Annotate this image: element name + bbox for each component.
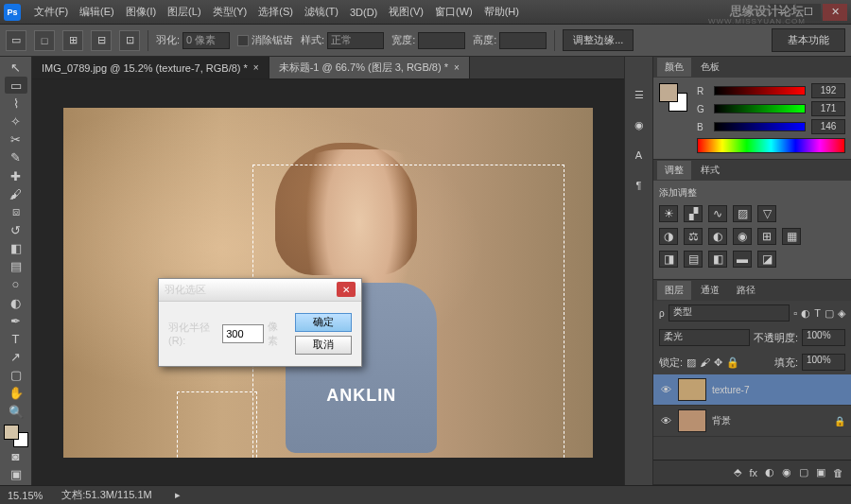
document-tab-2[interactable]: 未标题-1 @ 66.7% (图层 3, RGB/8) *× — [269, 57, 470, 78]
channels-tab[interactable]: 通道 — [693, 281, 727, 300]
history-brush-tool[interactable]: ↺ — [5, 221, 27, 238]
lasso-tool[interactable]: ⌇ — [5, 95, 27, 112]
filter-shape-icon[interactable]: ▢ — [825, 307, 834, 320]
paths-tab[interactable]: 路径 — [729, 281, 763, 300]
lock-pixel-icon[interactable]: 🖌 — [700, 356, 710, 368]
bw-icon[interactable]: ◐ — [708, 228, 727, 245]
swatches-tab[interactable]: 色板 — [693, 58, 727, 77]
b-value[interactable]: 146 — [811, 119, 845, 134]
blend-mode-select[interactable]: 柔光 — [659, 329, 750, 346]
photofilter-icon[interactable]: ◉ — [733, 228, 752, 245]
shape-tool[interactable]: ▢ — [5, 367, 27, 384]
threshold-icon[interactable]: ◧ — [708, 251, 727, 268]
invert-icon[interactable]: ◨ — [659, 251, 678, 268]
b-slider[interactable] — [714, 122, 806, 131]
dialog-close-icon[interactable]: ✕ — [337, 282, 356, 297]
crop-tool[interactable]: ✂ — [5, 131, 27, 148]
menu-layer[interactable]: 图层(L) — [162, 1, 206, 23]
group-icon[interactable]: ▢ — [799, 466, 808, 478]
opacity-input[interactable]: 100% — [802, 329, 845, 346]
menu-3d[interactable]: 3D(D) — [344, 3, 383, 22]
delete-layer-icon[interactable]: 🗑 — [833, 467, 843, 478]
radius-input[interactable] — [222, 324, 264, 343]
paragraph-icon[interactable]: ¶ — [630, 176, 649, 195]
adjustment-layer-icon[interactable]: ◉ — [782, 466, 791, 478]
width-input[interactable] — [418, 32, 465, 49]
brightness-icon[interactable]: ☀ — [659, 205, 678, 222]
blur-tool[interactable]: ○ — [5, 276, 27, 293]
style-select[interactable]: 正常 — [327, 32, 384, 49]
canvas[interactable]: ANKLIN 羽化选区 ✕ 羽化半径(R): 像素 — [63, 108, 593, 458]
close-button[interactable]: ✕ — [823, 4, 847, 21]
layer-row[interactable]: 👁 背景 🔒 — [653, 406, 851, 437]
link-layers-icon[interactable]: ⬘ — [734, 466, 741, 478]
gradientmap-icon[interactable]: ▬ — [733, 251, 752, 268]
refine-edge-button[interactable]: 调整边缘... — [563, 29, 634, 51]
properties-icon[interactable]: ◉ — [630, 115, 649, 134]
gradient-tool[interactable]: ▤ — [5, 258, 27, 275]
menu-help[interactable]: 帮助(H) — [478, 1, 525, 23]
character-icon[interactable]: A — [630, 146, 649, 165]
tab-close-icon[interactable]: × — [454, 62, 460, 73]
menu-edit[interactable]: 编辑(E) — [74, 1, 120, 23]
fx-icon[interactable]: fx — [749, 467, 757, 478]
selectivecolor-icon[interactable]: ◪ — [757, 251, 776, 268]
exposure-icon[interactable]: ▨ — [733, 205, 752, 222]
lock-transparent-icon[interactable]: ▨ — [686, 356, 696, 369]
fill-input[interactable]: 100% — [802, 354, 845, 371]
zoom-tool[interactable]: 🔍 — [5, 403, 27, 420]
layer-thumbnail[interactable] — [678, 378, 706, 401]
screenmode-tool[interactable]: ▣ — [5, 466, 27, 483]
color-tab[interactable]: 颜色 — [657, 58, 691, 77]
channelmixer-icon[interactable]: ⊞ — [757, 228, 776, 245]
history-icon[interactable]: ☰ — [630, 85, 649, 104]
selection-add-icon[interactable]: ⊞ — [62, 30, 83, 51]
colorlookup-icon[interactable]: ▦ — [782, 228, 801, 245]
ok-button[interactable]: 确定 — [295, 313, 352, 332]
menu-image[interactable]: 图像(I) — [120, 1, 162, 23]
styles-tab[interactable]: 样式 — [693, 161, 727, 180]
posterize-icon[interactable]: ▤ — [684, 251, 703, 268]
visibility-icon[interactable]: 👁 — [659, 414, 672, 427]
cancel-button[interactable]: 取消 — [295, 336, 352, 355]
filter-type-icon[interactable]: T — [814, 307, 821, 319]
workspace-switcher[interactable]: 基本功能 — [772, 28, 845, 52]
pen-tool[interactable]: ✒ — [5, 312, 27, 329]
hue-icon[interactable]: ◑ — [659, 228, 678, 245]
color-swatches[interactable] — [4, 425, 28, 447]
eraser-tool[interactable]: ◧ — [5, 240, 27, 257]
dialog-titlebar[interactable]: 羽化选区 ✕ — [159, 279, 361, 302]
menu-select[interactable]: 选择(S) — [252, 1, 299, 23]
filter-adjust-icon[interactable]: ◐ — [801, 307, 810, 320]
path-tool[interactable]: ↗ — [5, 349, 27, 366]
filter-pixel-icon[interactable]: ▫ — [793, 307, 797, 319]
stamp-tool[interactable]: ⧇ — [5, 203, 27, 220]
document-tab-1[interactable]: IMG_0789.jpg @ 15.2% (texture-7, RGB/8) … — [32, 57, 269, 78]
menu-view[interactable]: 视图(V) — [383, 1, 429, 23]
layers-tab[interactable]: 图层 — [657, 281, 691, 300]
levels-icon[interactable]: ▞ — [684, 205, 703, 222]
antialias-checkbox[interactable] — [237, 35, 249, 46]
colorbalance-icon[interactable]: ⚖ — [684, 228, 703, 245]
visibility-icon[interactable]: 👁 — [659, 383, 672, 396]
type-tool[interactable]: T — [5, 330, 27, 347]
g-slider[interactable] — [714, 104, 806, 113]
layer-thumbnail[interactable] — [678, 409, 706, 432]
hand-tool[interactable]: ✋ — [5, 385, 27, 402]
layer-row[interactable]: 👁 texture-7 — [653, 374, 851, 406]
filter-smart-icon[interactable]: ◈ — [838, 307, 845, 320]
new-layer-icon[interactable]: ▣ — [816, 466, 825, 478]
vibrance-icon[interactable]: ▽ — [757, 205, 776, 222]
brush-tool[interactable]: 🖌 — [5, 185, 27, 202]
menu-window[interactable]: 窗口(W) — [429, 1, 478, 23]
selection-subtract-icon[interactable]: ⊟ — [91, 30, 112, 51]
color-well[interactable] — [659, 83, 687, 112]
feather-input[interactable]: 0 像素 — [182, 32, 230, 49]
dodge-tool[interactable]: ◐ — [5, 294, 27, 311]
menu-filter[interactable]: 滤镜(T) — [299, 1, 344, 23]
layer-kind-select[interactable]: 类型 — [669, 304, 790, 322]
selection-new-icon[interactable]: □ — [34, 30, 55, 51]
quickmask-tool[interactable]: ◙ — [5, 448, 27, 465]
spectrum-bar[interactable] — [697, 138, 845, 153]
height-input[interactable] — [499, 32, 547, 49]
